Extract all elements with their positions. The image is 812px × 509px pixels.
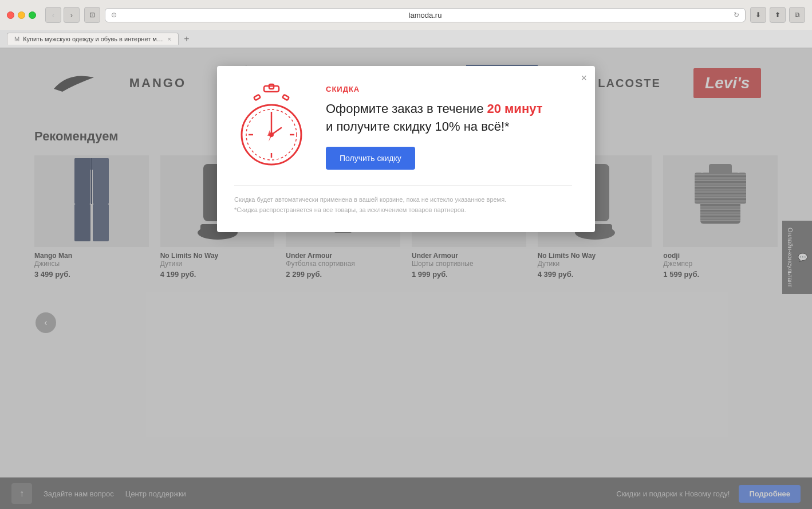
browser-chrome: ‹ › ⊡ ⊙ lamoda.ru ↻ ⬇ ⬆ ⧉ M Купить мужск… [0,0,812,49]
gmail-icon: M [14,36,19,42]
tab-close-button[interactable]: × [168,36,171,42]
discount-modal: × [217,66,595,232]
modal-title: Оформите заказ в течение 20 минут и полу… [326,100,572,136]
modal-content: СКИДКА Оформите заказ в течение 20 минут… [234,83,572,171]
svg-rect-36 [282,95,289,100]
camera-icon: ⊙ [111,11,117,19]
stopwatch-icon [234,83,309,171]
toolbar-right: ⬇ ⬆ ⧉ [750,7,805,23]
disclaimer-line2: *Скидка распространяется на все товары, … [234,206,466,213]
modal-close-button[interactable]: × [581,73,587,83]
tab-bar: M Купить мужскую одежду и обувь в интерн… [0,30,812,48]
traffic-lights [7,11,36,19]
download-icon[interactable]: ⬇ [750,7,766,23]
modal-label: СКИДКА [326,85,572,93]
tab-item[interactable]: M Купить мужскую одежду и обувь в интерн… [7,33,179,45]
back-button[interactable]: ‹ [45,7,61,23]
sidebar-toggle-button[interactable]: ⊡ [84,7,100,23]
modal-text: СКИДКА Оформите заказ в течение 20 минут… [326,85,572,170]
modal-overlay[interactable]: × [0,49,812,509]
address-bar[interactable]: ⊙ lamoda.ru ↻ [105,8,746,22]
nav-buttons: ‹ › [45,7,80,23]
title-bar: ‹ › ⊡ ⊙ lamoda.ru ↻ ⬇ ⬆ ⧉ [0,0,812,30]
url-display: lamoda.ru [120,11,730,19]
minimize-button[interactable] [18,11,25,19]
modal-highlight: 20 минут [487,101,543,116]
modal-footer: Скидка будет автоматически применена в в… [234,185,572,215]
forward-button[interactable]: › [64,7,80,23]
share-icon[interactable]: ⬆ [770,7,786,23]
modal-title-part2: и получите скидку 10% на всё!* [326,119,510,134]
refresh-icon[interactable]: ↻ [734,11,739,19]
page-content: MANGO adidas NB® new balance TOPMAN [0,49,812,509]
new-tab-icon[interactable]: ⧉ [789,7,805,23]
maximize-button[interactable] [29,11,36,19]
tab-title: Купить мужскую одежду и обувь в интернет… [23,36,164,42]
svg-rect-35 [254,95,261,100]
disclaimer-line1: Скидка будет автоматически применена в в… [234,196,506,203]
modal-disclaimer: Скидка будет автоматически применена в в… [234,195,572,215]
close-button[interactable] [7,11,14,19]
new-tab-button[interactable]: + [181,33,192,45]
modal-title-part1: Оформите заказ в течение [326,101,487,116]
get-discount-button[interactable]: Получить скидку [326,147,415,170]
